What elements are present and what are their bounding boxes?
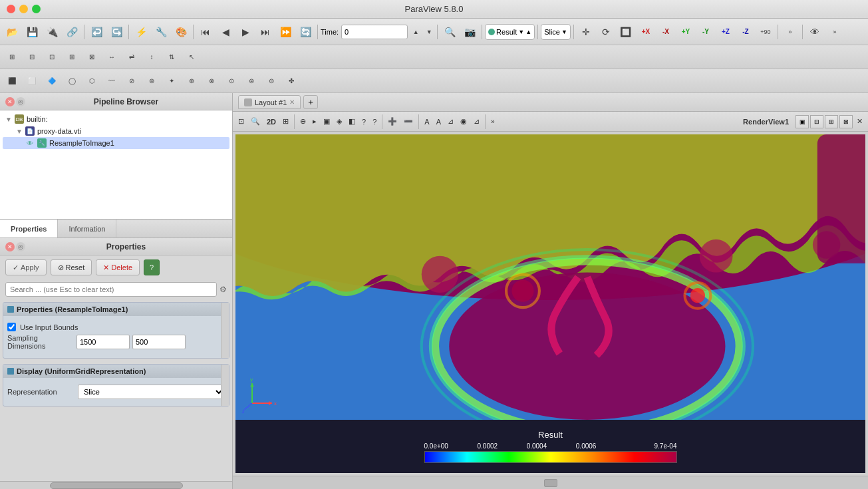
open-file-button[interactable]: 📂 [3,23,21,41]
result-dropdown[interactable]: Result ▼ ▲ [485,24,535,40]
more-views-button[interactable]: » [781,23,799,41]
loop-button[interactable]: 🔄 [296,23,315,41]
tb3-btn15[interactable]: ✤ [282,72,301,90]
tb3-btn10[interactable]: ⊕ [182,72,201,90]
select-frustum-button[interactable]: ◧ [346,116,358,127]
pick-button[interactable]: ▸ [310,116,319,127]
remove-light-button[interactable]: ➖ [401,116,416,127]
search-input[interactable] [5,282,217,297]
ypos-view-button[interactable]: +Y [676,23,695,41]
tab-information[interactable]: Information [58,220,116,238]
layout-tab-close[interactable]: ✕ [289,98,295,106]
tb3-btn7[interactable]: ⊘ [122,72,141,90]
pipeline-item-file[interactable]: ▼ 📄 proxy-data.vti [3,125,229,137]
tb3-btn12[interactable]: ⊙ [222,72,241,90]
tb3-btn11[interactable]: ⊗ [202,72,221,90]
tb2-btn1[interactable]: ⊞ [3,48,21,67]
view-more-button[interactable]: » [825,23,844,41]
representation-select[interactable]: Slice Surface Wireframe [78,385,225,399]
tb2-btn7[interactable]: ⇌ [122,48,141,67]
tb2-btn3[interactable]: ⊡ [43,48,61,67]
zpos-view-button[interactable]: +Z [716,23,735,41]
new-filter-button[interactable]: 🔧 [152,23,170,41]
annotate-button[interactable]: A [422,116,432,127]
sampling-x-input[interactable] [76,335,130,349]
quad-view-button[interactable]: ⊠ [839,115,853,128]
tab-properties[interactable]: Properties [0,220,58,238]
delete-button[interactable]: ✕ Delete [96,259,140,275]
add-light-button[interactable]: ➕ [385,116,400,127]
zoom-to-data-button[interactable]: ⊞ [280,116,291,127]
orient-axes-button[interactable]: ⊕ [297,116,309,127]
tb3-btn8[interactable]: ⊛ [142,72,161,90]
query-button[interactable]: ? [359,116,368,127]
axes-rotate-button[interactable]: ⟳ [597,23,615,41]
tb2-btn8[interactable]: ↕ [142,48,161,67]
minimize-button[interactable] [19,5,28,13]
new-source-button[interactable]: ⚡ [132,23,150,41]
undo-button[interactable]: ↩️ [87,23,106,41]
hsplit-view-button[interactable]: ⊟ [810,115,823,128]
screenshot-button[interactable]: 📷 [460,23,479,41]
maximize-button[interactable] [32,5,41,13]
annotate3-button[interactable]: ⊿ [445,116,456,127]
pipeline-item-builtin[interactable]: ▼ DB builtin: [3,113,229,125]
layout-add-button[interactable]: + [303,95,318,109]
tb3-btn2[interactable]: ⬜ [23,72,41,90]
zoom-to-box-button[interactable]: 🔲 [617,23,635,41]
reset-camera-button[interactable]: ⊡ [235,116,247,127]
tb2-btn5[interactable]: ⊠ [82,48,101,67]
properties-float-button[interactable]: ◎ [16,242,25,251]
properties-close-button[interactable]: ✕ [5,242,15,251]
viewport[interactable]: x y z Result 0.0e+00 0.0002 0.0004 0.000… [235,134,865,473]
zoom-camera-button[interactable]: 🔍 [248,116,263,127]
time-down-button[interactable]: ▼ [424,27,434,37]
tb2-btn9[interactable]: ⇅ [162,48,181,67]
tb3-btn1[interactable]: ⬛ [3,72,21,90]
search-button[interactable]: 🔍 [440,23,459,41]
connect-button[interactable]: 🔌 [43,23,61,41]
reset-button[interactable]: ⊘ Reset [51,259,92,275]
use-input-bounds-checkbox[interactable] [7,323,16,331]
bottom-scrollbar[interactable] [233,476,868,489]
save-file-button[interactable]: 💾 [23,23,41,41]
annotate4-button[interactable]: ◉ [458,116,470,127]
tb2-btn6[interactable]: ↔ [102,48,121,67]
close-button[interactable] [7,5,15,13]
tb2-btn10[interactable]: ↖ [182,48,201,67]
apply-button[interactable]: ✓ Apply [5,259,47,275]
select-thru-button[interactable]: ◈ [334,116,345,127]
interactive-select-button[interactable]: ? [370,116,379,127]
view-settings-button[interactable]: 👁 [805,23,824,41]
tb3-btn9[interactable]: ✦ [162,72,181,90]
section-display-header[interactable]: Display (UniformGridRepresentation) [3,365,229,378]
last-frame-button[interactable]: ⏩ [276,23,295,41]
macro-button[interactable]: 🎨 [172,23,190,41]
annotate2-button[interactable]: A [434,116,444,127]
pipeline-item-resample[interactable]: 👁 🔧 ResampleToImage1 [3,137,229,149]
search-gear-icon[interactable]: ⚙ [219,285,227,294]
layout-tab-1[interactable]: Layout #1 ✕ [238,95,301,109]
more-render-button[interactable]: » [488,116,498,126]
vsplit-view-button[interactable]: ⊞ [825,115,838,128]
tb3-btn4[interactable]: ◯ [63,72,81,90]
zneg-view-button[interactable]: -Z [736,23,755,41]
pipeline-close-button[interactable]: ✕ [5,97,15,106]
close-view-button[interactable]: ✕ [854,116,865,127]
xpos-view-button[interactable]: +X [637,23,655,41]
help-button[interactable]: ? [144,259,160,275]
tb3-btn3[interactable]: 🔷 [43,72,61,90]
tb3-btn6[interactable]: 〰 [102,72,121,90]
section-properties-header[interactable]: Properties (ResampleToImage1) [3,303,229,316]
tb2-btn2[interactable]: ⊟ [23,48,41,67]
tb2-btn4[interactable]: ⊞ [63,48,81,67]
left-panel-scrollbar[interactable] [0,481,232,489]
time-input[interactable] [341,25,408,39]
pipeline-float-button[interactable]: ◎ [16,97,25,106]
next-frame-button[interactable]: ⏭ [256,23,275,41]
time-up-button[interactable]: ▲ [410,27,421,37]
rotate90-button[interactable]: +90 [756,23,775,41]
2d-button[interactable]: 2D [264,116,279,127]
yneg-view-button[interactable]: -Y [696,23,715,41]
single-view-button[interactable]: ▣ [796,115,809,128]
